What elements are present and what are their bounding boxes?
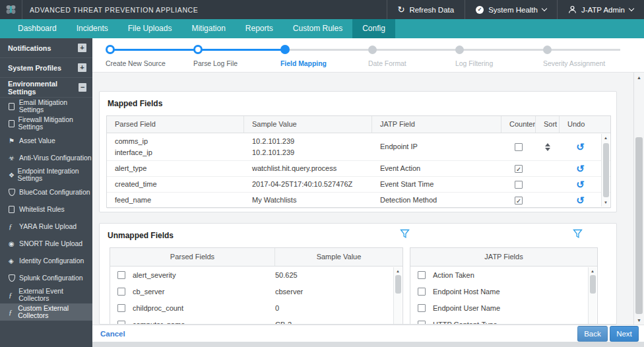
sidebar-item-external-event-collectors[interactable]: ƒ External Event Collectors	[0, 286, 92, 303]
tab-file-uploads[interactable]: File Uploads	[118, 19, 182, 38]
user-account-menu[interactable]: J-ATP Admin	[557, 0, 644, 19]
refresh-data-button[interactable]: ↻ Refresh Data	[387, 0, 465, 19]
sidebar-item-firewall-mitigation-settings[interactable]: Firewall Mitigation Settings	[0, 115, 92, 132]
scroll-up-arrow[interactable]: ▲	[394, 269, 402, 273]
filter-parsed-fields-icon[interactable]	[400, 229, 410, 239]
counter-checkbox[interactable]	[515, 143, 523, 151]
sort-up-icon	[545, 143, 550, 146]
step-dot-create-new-source[interactable]	[106, 45, 115, 54]
cancel-link[interactable]: Cancel	[100, 330, 125, 338]
collapse-minus-icon[interactable]: −	[79, 83, 86, 92]
scroll-up-arrow[interactable]: ▲	[602, 136, 610, 140]
scrollbar-thumb[interactable]	[603, 143, 609, 197]
sidebar-item-email-mitigation-settings[interactable]: Email Mitigation Settings	[0, 98, 92, 115]
tab-custom-rules[interactable]: Custom Rules	[283, 19, 352, 38]
step-dot-parse-log-file[interactable]	[193, 45, 203, 54]
sidebar-item-endpoint-integration-settings[interactable]: ❖ Endpoint Integration Settings	[0, 166, 92, 183]
col-sample-value: Sample Value	[275, 248, 402, 266]
system-health-menu[interactable]: ✓ System Health	[465, 0, 557, 19]
jatp-field-name: Endpoint Host Name	[433, 288, 597, 296]
chevron-down-icon	[629, 6, 634, 11]
user-name-label: J-ATP Admin	[581, 6, 625, 14]
list-item: HTTP Content-Type	[410, 316, 597, 325]
undo-mapping-button[interactable]: ↺	[576, 142, 585, 152]
sidebar-item-asset-value[interactable]: ⚑ Asset Value	[0, 132, 92, 149]
list-item: Endpoint Host Name	[410, 283, 597, 300]
group-label: Notifications	[8, 44, 51, 52]
mapped-table-header: Parsed Field Sample Value JATP Field Cou…	[107, 116, 610, 133]
sidebar-item-whitelist-rules[interactable]: Whitelist Rules	[0, 201, 92, 218]
select-field-checkbox[interactable]	[418, 271, 426, 279]
atp-appliance-window: ADVANCED THREAT PREVENTION APPLIANCE ↻ R…	[0, 0, 644, 347]
sidebar-item-yara-rule-upload[interactable]: ƒ YARA Rule Upload	[0, 218, 92, 235]
shield-icon	[9, 274, 19, 282]
parsed-field-value: interface_ip	[115, 147, 236, 158]
scroll-up-arrow[interactable]: ▲	[589, 269, 596, 273]
tab-incidents[interactable]: Incidents	[67, 19, 118, 38]
scroll-up-arrow[interactable]: ▲	[634, 75, 644, 80]
virus-icon: ☣	[9, 154, 19, 162]
filter-jatp-fields-icon[interactable]	[573, 229, 583, 239]
unmapped-parsed-header: Parsed Fields Sample Value	[110, 248, 402, 267]
select-field-checkbox[interactable]	[117, 288, 125, 296]
unmapped-jatp-header: JATP Fields	[410, 248, 597, 267]
expand-plus-icon[interactable]: +	[78, 44, 86, 52]
scrollbar-thumb[interactable]	[395, 275, 401, 294]
sidebar-item-identity-configuration[interactable]: ◈ Identity Configuration	[0, 252, 92, 269]
parsed-field-name: childproc_count	[133, 304, 275, 312]
sidebar-item-custom-external-collectors[interactable]: ƒ Custom External Collectors	[0, 303, 92, 321]
counter-checkbox[interactable]	[515, 165, 523, 173]
chevron-down-icon	[542, 6, 547, 11]
counter-checkbox[interactable]	[515, 181, 523, 189]
sidebar-item-bluecoat-configuration[interactable]: BlueCoat Configuration	[0, 183, 92, 201]
parsed-field-name: cb_server	[133, 288, 275, 296]
select-field-checkbox[interactable]	[418, 288, 426, 296]
identity-icon: ◈	[9, 257, 19, 265]
rule-script-icon: ƒ	[9, 222, 19, 230]
sample-value: My Watchlists	[244, 195, 372, 206]
page-scrollbar[interactable]: ▲ ▼	[633, 73, 644, 325]
undo-mapping-button[interactable]: ↺	[576, 195, 585, 205]
select-field-checkbox[interactable]	[418, 304, 426, 312]
top-header-bar: ADVANCED THREAT PREVENTION APPLIANCE ↻ R…	[0, 0, 644, 19]
config-content-area: Create New Source Parse Log File Field M…	[92, 38, 644, 347]
sidebar-item-label: Endpoint Integration Settings	[18, 168, 92, 182]
sidebar-item-anti-virus-configuration[interactable]: ☣ Anti-Virus Configuration	[0, 149, 92, 166]
select-field-checkbox[interactable]	[117, 271, 125, 279]
counter-checkbox[interactable]	[515, 197, 523, 205]
tab-reports[interactable]: Reports	[236, 19, 283, 38]
expand-plus-icon[interactable]: +	[78, 63, 86, 72]
col-parsed-fields: Parsed Fields	[110, 248, 275, 266]
sidebar-group-environmental-settings[interactable]: Environmental Settings −	[0, 78, 92, 98]
tab-dashboard[interactable]: Dashboard	[8, 19, 67, 38]
select-field-checkbox[interactable]	[117, 304, 125, 312]
unmapped-parsed-scrollbar[interactable]: ▲	[393, 267, 402, 324]
parsed-field-value: alert_type	[107, 163, 244, 174]
tab-config[interactable]: Config	[352, 19, 395, 38]
scrollbar-thumb[interactable]	[635, 137, 643, 314]
step-dot-field-mapping[interactable]	[280, 45, 290, 54]
mapped-table-scrollbar[interactable]: ▲ ▼	[601, 134, 610, 206]
unmapped-fields-panel: Unmapped Fields Parsed Fields Sample Val…	[99, 223, 617, 325]
document-gear-icon	[9, 120, 18, 127]
stepper-remaining-line	[285, 49, 620, 51]
sidebar-group-system-profiles[interactable]: System Profiles +	[0, 58, 92, 78]
undo-mapping-button[interactable]: ↺	[576, 179, 585, 189]
rule-script-icon: ƒ	[9, 308, 18, 316]
sidebar-group-notifications[interactable]: Notifications +	[0, 38, 92, 58]
next-button[interactable]: Next	[610, 326, 639, 342]
scrollbar-thumb[interactable]	[590, 275, 596, 294]
sort-toggle[interactable]	[545, 143, 550, 151]
scroll-down-arrow[interactable]: ▼	[602, 201, 610, 205]
parsed-field-value: feed_name	[107, 195, 244, 206]
sidebar-item-snort-rule-upload[interactable]: ◉ SNORT Rule Upload	[0, 235, 92, 252]
sidebar-item-splunk-configuration[interactable]: Splunk Configuration	[0, 269, 92, 286]
unmapped-jatp-scrollbar[interactable]: ▲	[588, 267, 596, 324]
health-check-icon: ✓	[476, 6, 484, 14]
back-button[interactable]: Back	[577, 326, 608, 342]
tab-mitigation[interactable]: Mitigation	[181, 19, 235, 38]
scroll-down-arrow[interactable]: ▼	[634, 318, 644, 323]
sidebar-item-label: BlueCoat Configuration	[19, 189, 90, 196]
footer-bottom-strip	[92, 342, 644, 347]
undo-mapping-button[interactable]: ↺	[576, 164, 585, 174]
